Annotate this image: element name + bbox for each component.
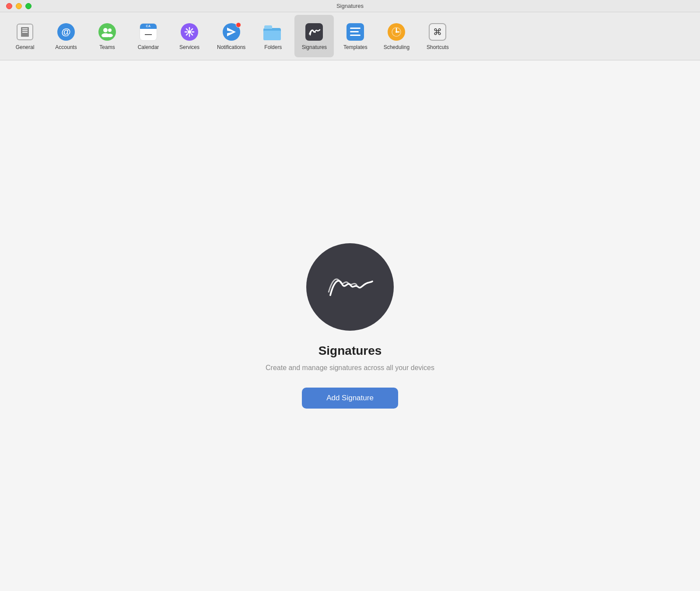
add-signature-button[interactable]: Add Signature [302,388,398,409]
tab-scheduling-label: Scheduling [384,44,410,50]
teams-icon [98,22,117,42]
svg-marker-5 [227,28,236,36]
titlebar: Signatures [0,0,700,12]
accounts-icon: @ [56,22,76,42]
svg-point-4 [188,30,191,34]
maximize-button[interactable] [25,3,32,9]
svg-point-1 [108,28,112,32]
tab-shortcuts[interactable]: ⌘ Shortcuts [418,15,457,57]
tab-shortcuts-label: Shortcuts [427,44,449,50]
tab-teams-label: Teams [99,44,115,50]
tab-templates-label: Templates [343,44,368,50]
shortcuts-icon: ⌘ [428,22,447,42]
window-title: Signatures [336,3,364,9]
notification-badge [236,22,241,28]
tab-folders[interactable]: Folders [253,15,293,57]
main-heading: Signatures [318,344,382,358]
tab-services[interactable]: Services [170,15,209,57]
tab-accounts[interactable]: @ Accounts [46,15,86,57]
tab-services-label: Services [179,44,200,50]
tab-folders-label: Folders [264,44,282,50]
minimize-button[interactable] [16,3,22,9]
tab-general-label: General [16,44,35,50]
svg-point-0 [103,28,108,32]
signatures-icon [304,22,324,42]
templates-icon [346,22,365,42]
main-description: Create and manage signatures across all … [266,364,434,372]
tab-calendar[interactable]: CA — Calendar [129,15,168,57]
svg-point-10 [396,31,397,33]
traffic-lights [6,3,32,9]
tab-accounts-label: Accounts [55,44,77,50]
tab-signatures-label: Signatures [302,44,327,50]
tab-templates[interactable]: Templates [336,15,375,57]
toolbar: General @ Accounts Teams CA — [0,12,700,60]
folders-icon [263,22,283,42]
general-icon [15,22,35,42]
scheduling-icon [387,22,406,42]
tab-notifications-label: Notifications [217,44,245,50]
tab-signatures[interactable]: Signatures [294,15,334,57]
tab-teams[interactable]: Teams [88,15,127,57]
services-icon [180,22,199,42]
main-content: Signatures Create and manage signatures … [0,60,700,591]
tab-general[interactable]: General [5,15,45,57]
svg-point-3 [107,34,113,37]
tab-calendar-label: Calendar [138,44,159,50]
tab-scheduling[interactable]: Scheduling [377,15,416,57]
signatures-large-icon [306,243,394,331]
tab-notifications[interactable]: Notifications [211,15,252,57]
notifications-icon [222,22,241,42]
close-button[interactable] [6,3,12,9]
calendar-icon: CA — [139,22,158,42]
